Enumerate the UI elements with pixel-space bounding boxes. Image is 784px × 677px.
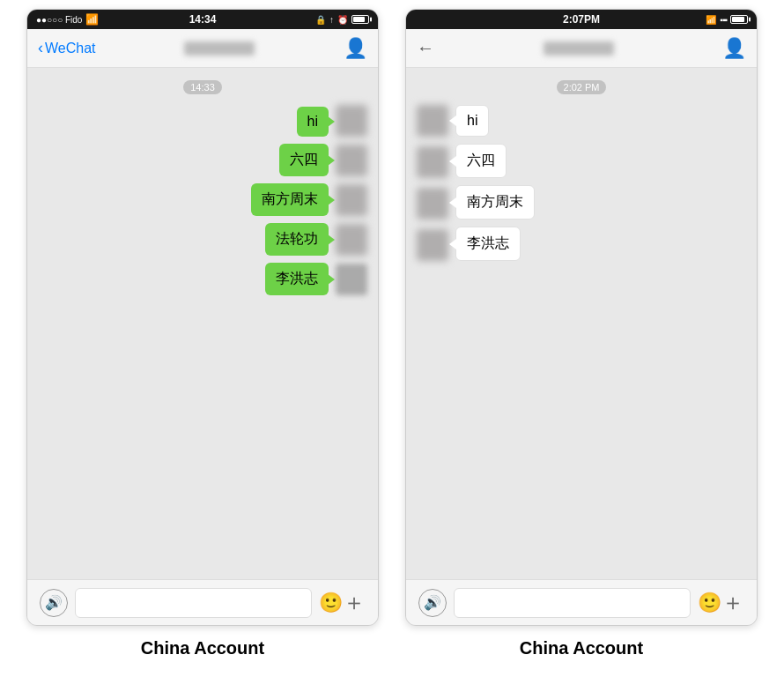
left-phone-wrap: ●●○○○ Fido 📶 14:34 🔒 ↑ ⏰ ‹ <box>26 9 379 658</box>
right-msg-row-3: 南方周末 <box>417 185 746 219</box>
left-arrow-icon: ↑ <box>329 15 334 25</box>
left-msg-row-2: 六四 <box>38 144 367 176</box>
right-battery-fill <box>732 17 744 22</box>
right-phone: 2:07PM 📶 ▪▪▪ ← 👤 <box>405 9 758 626</box>
right-plus-icon[interactable]: ＋ <box>721 587 744 618</box>
left-nav-bar: ‹ WeChat 👤 <box>27 29 378 68</box>
right-bottom-bar: 🔊 🙂 ＋ <box>406 579 757 625</box>
right-back-button[interactable]: ← <box>417 38 434 58</box>
right-input-area[interactable] <box>454 588 691 618</box>
left-back-label: WeChat <box>45 41 96 56</box>
left-timestamp: 14:33 <box>183 80 222 94</box>
left-avatar-5 <box>336 264 367 295</box>
left-alarm-icon: ⏰ <box>337 15 348 25</box>
right-emoji-icon[interactable]: 🙂 <box>698 591 721 614</box>
right-caption: China Account <box>520 638 643 658</box>
right-msg-text-1: hi <box>467 113 477 128</box>
right-msg-text-2: 六四 <box>467 153 495 167</box>
right-avatar-4 <box>417 229 448 261</box>
left-msg-text-4: 法轮功 <box>276 231 318 246</box>
left-battery-fill <box>353 17 365 22</box>
right-time: 2:07PM <box>563 13 600 26</box>
left-lock-icon: 🔒 <box>315 15 326 25</box>
left-msg-text-5: 李洪志 <box>276 271 318 286</box>
left-emoji-icon[interactable]: 🙂 <box>319 591 343 614</box>
right-mic-icon[interactable]: 🔊 <box>418 589 447 617</box>
left-avatar-4 <box>336 224 367 256</box>
left-avatar-2 <box>336 145 367 176</box>
right-msg-row-4: 李洪志 <box>417 227 746 261</box>
left-carrier: ●●○○○ Fido <box>36 15 82 25</box>
left-avatar-1 <box>336 105 367 137</box>
left-nav-avatar: 👤 <box>344 37 367 60</box>
left-msg-text-1: hi <box>307 114 318 129</box>
right-avatar-2 <box>417 146 448 178</box>
right-nav-bar: ← 👤 <box>406 29 757 68</box>
right-battery-tip <box>749 18 751 22</box>
left-bubble-2: 六四 <box>279 144 329 176</box>
right-signal-icon: ▪▪▪ <box>720 15 727 25</box>
left-battery-icon <box>351 15 369 24</box>
left-caption: China Account <box>141 638 264 658</box>
left-time: 14:34 <box>189 13 217 26</box>
left-bubble-4: 法轮功 <box>265 223 329 256</box>
left-avatar-3 <box>336 184 367 216</box>
left-chevron-icon: ‹ <box>38 39 43 57</box>
right-chat-area: 2:02 PM hi 六四 <box>406 68 757 579</box>
right-msg-text-3: 南方周末 <box>467 194 523 209</box>
right-avatar-3 <box>417 188 448 219</box>
right-wifi-icon: 📶 <box>706 15 716 25</box>
right-nav-avatar: 👤 <box>722 37 746 60</box>
left-msg-text-3: 南方周末 <box>262 191 318 206</box>
right-msg-text-4: 李洪志 <box>467 235 509 250</box>
left-status-left: ●●○○○ Fido 📶 <box>36 13 99 26</box>
right-status-right: 📶 ▪▪▪ <box>706 15 748 25</box>
right-msg-row-1: hi <box>417 105 746 137</box>
left-wifi-icon: 📶 <box>85 13 99 26</box>
left-msg-row-5: 李洪志 <box>38 263 367 295</box>
phones-container: ●●○○○ Fido 📶 14:34 🔒 ↑ ⏰ ‹ <box>9 0 775 658</box>
left-mic-icon[interactable]: 🔊 <box>40 589 68 617</box>
left-plus-icon[interactable]: ＋ <box>343 587 366 618</box>
left-msg-row-1: hi <box>38 105 367 137</box>
left-chat-area: 14:33 hi 六四 <box>27 68 378 579</box>
left-bubble-3: 南方周末 <box>251 183 329 216</box>
left-bubble-1: hi <box>297 107 329 137</box>
right-status-bar: 2:07PM 📶 ▪▪▪ <box>406 10 757 29</box>
right-timestamp: 2:02 PM <box>557 80 607 94</box>
left-status-bar: ●●○○○ Fido 📶 14:34 🔒 ↑ ⏰ <box>27 10 378 29</box>
right-bubble-4: 李洪志 <box>455 227 521 261</box>
left-bottom-bar: 🔊 🙂 ＋ <box>27 579 378 625</box>
left-msg-row-4: 法轮功 <box>38 223 367 256</box>
left-msg-row-3: 南方周末 <box>38 183 367 216</box>
right-phone-wrap: 2:07PM 📶 ▪▪▪ ← 👤 <box>405 9 758 658</box>
right-avatar-1 <box>417 105 448 137</box>
left-msg-text-2: 六四 <box>290 152 318 167</box>
left-bubble-5: 李洪志 <box>265 263 329 295</box>
left-input-area[interactable] <box>75 588 312 618</box>
right-msg-row-2: 六四 <box>417 144 746 178</box>
right-nav-title <box>544 41 614 56</box>
left-back-button[interactable]: ‹ WeChat <box>38 39 96 57</box>
left-battery-tip <box>370 18 372 22</box>
right-bubble-2: 六四 <box>455 144 507 178</box>
left-nav-title <box>184 41 255 56</box>
left-phone: ●●○○○ Fido 📶 14:34 🔒 ↑ ⏰ ‹ <box>26 9 379 626</box>
right-bubble-3: 南方周末 <box>455 185 535 219</box>
right-battery-icon <box>730 15 748 24</box>
left-status-right: 🔒 ↑ ⏰ <box>315 15 369 25</box>
right-bubble-1: hi <box>455 105 489 137</box>
right-back-label: ← <box>417 38 434 58</box>
